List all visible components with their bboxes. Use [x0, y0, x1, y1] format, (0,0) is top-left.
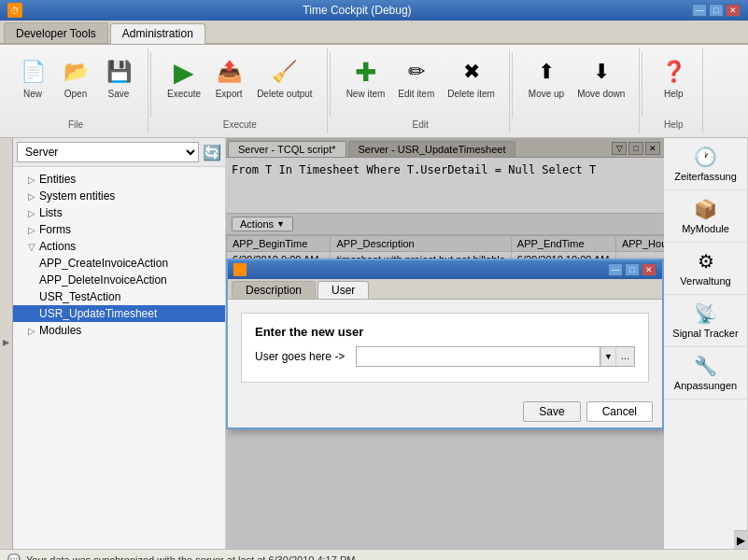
tree-item-usr-update[interactable]: USR_UpdateTimesheet: [13, 305, 225, 322]
expand-arrow: ▷: [28, 208, 35, 218]
modal-field-label: User goes here ->: [255, 350, 348, 363]
collapse-bar[interactable]: ◀: [0, 138, 13, 549]
tree-item-actions[interactable]: ▽ Actions: [13, 238, 225, 255]
close-button[interactable]: ✕: [726, 4, 741, 17]
zeiterfassung-icon: 🕐: [694, 146, 717, 168]
server-dropdown[interactable]: Server: [17, 142, 199, 162]
tree-item-forms[interactable]: ▷ Forms: [13, 221, 225, 238]
sidebar-item-zeiterfassung[interactable]: 🕐 Zeiterfassung: [664, 138, 747, 190]
modal-tab-description[interactable]: Description: [232, 281, 316, 299]
maximize-button[interactable]: □: [709, 4, 724, 17]
sidebar-label: Signal Tracker: [672, 328, 738, 339]
tree-label: USR_UpdateTimesheet: [39, 307, 157, 320]
tab-administration[interactable]: Administration: [110, 23, 205, 44]
collapse-icon: ◀: [2, 339, 11, 348]
ribbon-move-down-button[interactable]: ⬇ Move down: [571, 52, 631, 104]
modal-dialog: — □ ✕ Description User Enter the new use…: [226, 259, 664, 429]
modal-footer: Save Cancel: [228, 396, 662, 427]
tree-item-delete-invoice[interactable]: APP_DeleteInvoiceAction: [13, 272, 225, 288]
sidebar-label: Anpassungen: [674, 380, 737, 391]
open-label: Open: [64, 89, 87, 99]
ribbon-execute-button[interactable]: ▶ Execute: [161, 52, 207, 104]
save-label: Save: [108, 89, 130, 99]
ribbon-new-item-button[interactable]: ✚ New item: [340, 52, 392, 104]
modal-cancel-button[interactable]: Cancel: [586, 401, 653, 422]
ribbon-group-edit: ✚ New item ✏ Edit item ✖ Delete item Edi…: [332, 49, 510, 133]
modal-tab-user[interactable]: User: [318, 281, 369, 299]
tree-item-usr-test[interactable]: USR_TestAction: [13, 288, 225, 305]
sidebar-item-signal-tracker[interactable]: 📡 Signal Tracker: [664, 295, 747, 347]
ribbon-help-button[interactable]: ❓ Help: [652, 52, 695, 104]
file-group-label: File: [68, 119, 83, 130]
sidebar: 🕐 Zeiterfassung 📦 MyModule ⚙ Verwaltung …: [664, 138, 748, 549]
app-icon: ⏱: [7, 3, 22, 18]
ribbon-move-up-button[interactable]: ⬆ Move up: [522, 52, 571, 104]
modal-overlay: — □ ✕ Description User Enter the new use…: [226, 138, 664, 549]
minimize-button[interactable]: —: [692, 4, 707, 17]
help-group-label: Help: [664, 119, 684, 130]
sep1: [150, 52, 151, 118]
sep3: [512, 52, 513, 118]
status-icon: 💬: [7, 553, 21, 560]
anpassungen-icon: 🔧: [694, 355, 717, 377]
ribbon-group-move: ⬆ Move up ⬇ Move down: [515, 49, 641, 133]
verwaltung-icon: ⚙: [698, 250, 714, 273]
move-up-label: Move up: [529, 89, 564, 99]
ribbon-group-file: 📄 New 📂 Open 💾 Save File: [4, 49, 148, 133]
ribbon-new-button[interactable]: 📄 New: [11, 52, 54, 104]
sidebar-expand-button[interactable]: ▶: [734, 530, 747, 549]
export-icon: 📤: [214, 57, 244, 87]
title-bar: ⏱ Time Cockpit (Debug) — □ ✕: [0, 0, 748, 21]
move-up-icon: ⬆: [531, 57, 561, 87]
ribbon-save-button[interactable]: 💾 Save: [97, 52, 140, 104]
execute-group-label: Execute: [223, 119, 257, 130]
tree-item-system-entities[interactable]: ▷ System entities: [13, 188, 225, 204]
expand-arrow: ▽: [28, 242, 35, 252]
ribbon-group-help: ❓ Help Help: [644, 49, 703, 133]
help-icon: ❓: [658, 57, 688, 87]
sidebar-item-anpassungen[interactable]: 🔧 Anpassungen: [664, 347, 747, 399]
modal-input-row: User goes here -> ▼ …: [255, 346, 635, 367]
ribbon-delete-output-button[interactable]: 🧹 Delete output: [250, 52, 319, 104]
help-label: Help: [664, 89, 684, 99]
expand-arrow: ▷: [28, 175, 35, 185]
tab-developer-tools[interactable]: Developer Tools: [4, 22, 108, 43]
ribbon-delete-item-button[interactable]: ✖ Delete item: [441, 52, 501, 104]
ribbon-edit-item-button[interactable]: ✏ Edit item: [391, 52, 441, 104]
sidebar-item-verwaltung[interactable]: ⚙ Verwaltung: [664, 243, 747, 295]
export-label: Export: [216, 89, 243, 99]
sidebar-item-mymodule[interactable]: 📦 MyModule: [664, 190, 747, 243]
modal-maximize-button[interactable]: □: [625, 263, 640, 276]
main-area: ◀ Server 🔄 ▷ Entities ▷ System entities …: [0, 138, 748, 549]
sep4: [642, 52, 642, 118]
tree-item-lists[interactable]: ▷ Lists: [13, 204, 225, 221]
modal-heading: Enter the new user: [255, 325, 635, 339]
browse-button[interactable]: …: [615, 347, 634, 366]
modal-close-button[interactable]: ✕: [642, 263, 656, 276]
user-input[interactable]: [356, 346, 600, 367]
refresh-icon[interactable]: 🔄: [203, 144, 221, 161]
execute-label: Execute: [167, 89, 201, 99]
edit-group-label: Edit: [413, 119, 429, 130]
modal-save-button[interactable]: Save: [523, 401, 580, 422]
app-title: Time Cockpit (Debug): [303, 4, 411, 17]
status-message: Your data was synchronized with the serv…: [26, 554, 358, 561]
sidebar-label: Verwaltung: [680, 275, 730, 287]
left-panel-header: Server 🔄: [13, 138, 225, 167]
ribbon-open-button[interactable]: 📂 Open: [54, 52, 97, 104]
delete-item-label: Delete item: [447, 89, 495, 99]
tree-label: System entities: [39, 189, 115, 203]
delete-output-label: Delete output: [257, 89, 313, 99]
tree-item-entities[interactable]: ▷ Entities: [13, 171, 225, 188]
ribbon-export-button[interactable]: 📤 Export: [207, 52, 250, 104]
sep2: [330, 52, 331, 118]
left-panel: Server 🔄 ▷ Entities ▷ System entities ▷ …: [13, 138, 226, 549]
tree-item-create-invoice[interactable]: APP_CreateInvoiceAction: [13, 255, 225, 272]
dropdown-arrow-icon[interactable]: ▼: [600, 347, 615, 366]
tree-label: APP_CreateInvoiceAction: [39, 257, 168, 270]
sidebar-label: Zeiterfassung: [674, 171, 737, 182]
modal-minimize-button[interactable]: —: [608, 263, 623, 276]
tree-label: USR_TestAction: [39, 290, 120, 303]
tree-item-modules[interactable]: ▷ Modules: [13, 322, 225, 339]
save-icon: 💾: [104, 57, 134, 87]
